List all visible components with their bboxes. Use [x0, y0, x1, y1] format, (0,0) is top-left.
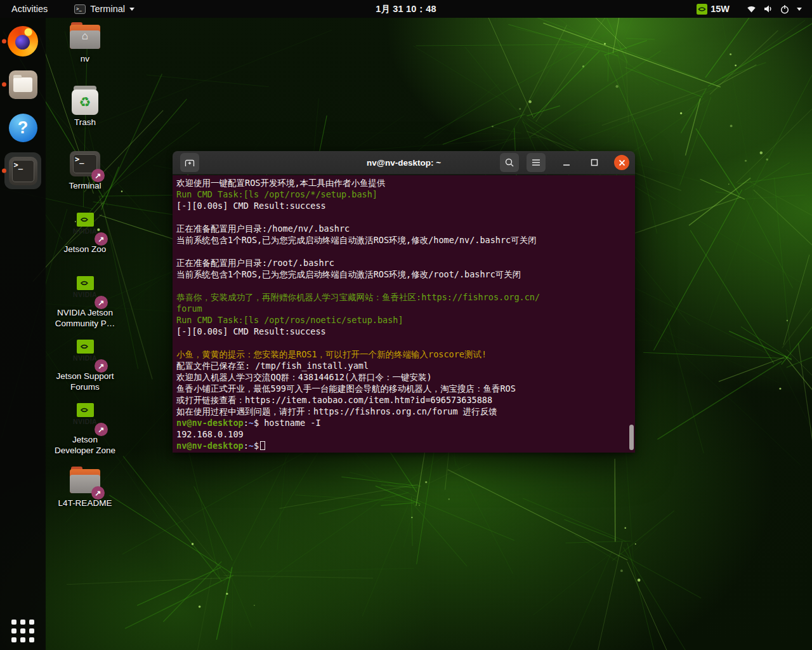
dock: ?>_	[0, 18, 46, 650]
link-emblem-icon: ↗	[95, 359, 108, 373]
search-button[interactable]	[500, 153, 519, 172]
terminal-line: 配置文件已保存至: /tmp/fish_install.yaml	[176, 360, 634, 371]
terminal-line: 或打开链接查看：https://item.taobao.com/item.htm…	[176, 394, 634, 406]
chevron-down-icon	[129, 8, 134, 11]
link-emblem-icon: ↗	[91, 169, 105, 182]
folder-icon: ↗	[70, 465, 100, 498]
help-icon: ?	[9, 114, 37, 142]
power-mode-label: 15W	[710, 4, 730, 14]
terminal-line: 192.168.0.109	[176, 428, 634, 440]
desktop-icon-label: nv	[81, 54, 89, 65]
terminal-line: 恭喜你，安装成功了，再附赠你机器人学习宝藏网站：鱼香社区:https://fis…	[176, 291, 634, 303]
terminal-line: 当前系统包含1个ROS,已为您完成启动终端自动激活ROS环境,修改/root/.…	[176, 269, 634, 280]
menu-button[interactable]	[527, 153, 546, 172]
nvidia-icon: NVIDIA↗	[67, 211, 103, 244]
nvidia-icon: NVIDIA↗	[67, 274, 103, 307]
search-icon	[504, 157, 514, 168]
terminal-line: Run CMD Task:[ls /opt/ros/*/setup.bash]	[176, 189, 634, 200]
nvidia-power-icon	[697, 4, 707, 15]
terminal-line: [-][0.00s] CMD Result:success	[176, 326, 634, 337]
maximize-button[interactable]	[587, 156, 601, 169]
scrollbar-thumb[interactable]	[629, 425, 634, 450]
terminal-line: 当前系统包含1个ROS,已为您完成启动终端自动激活ROS环境,修改/home/n…	[176, 234, 634, 246]
activities-button[interactable]: Activities	[0, 0, 59, 18]
link-emblem-icon: ↗	[91, 486, 105, 500]
dock-apps: ?>_	[0, 23, 46, 189]
terminal-line: 欢迎使用一键配置ROS开发环境,本工具由作者小鱼提供	[176, 177, 634, 189]
running-indicator	[2, 39, 6, 44]
power-mode-indicator: 15W	[697, 4, 730, 15]
top-bar: Activities >_ Terminal 1月 31 10：48 15W	[0, 0, 812, 18]
terminal-lines: 欢迎使用一键配置ROS开发环境,本工具由作者小鱼提供Run CMD Task:[…	[176, 177, 634, 451]
dock-item-firefox[interactable]	[4, 23, 41, 60]
desktop-icon-trash[interactable]: ♻Trash	[53, 84, 117, 147]
desktop-icon-l4t-readme[interactable]: ↗L4T-README	[53, 465, 117, 528]
link-emblem-icon: ↗	[95, 296, 108, 309]
app-menu[interactable]: >_ Terminal	[74, 0, 134, 18]
clock[interactable]: 1月 31 10：48	[376, 3, 436, 15]
new-tab-icon	[184, 157, 195, 168]
new-tab-button[interactable]	[180, 153, 199, 172]
terminal-titlebar[interactable]: nv@nv-desktop: ~	[173, 151, 635, 175]
dock-item-terminal[interactable]: >_	[4, 152, 41, 189]
desktop-icon-nv[interactable]: ⌂nv	[53, 20, 117, 84]
window-title: nv@nv-desktop: ~	[367, 158, 441, 168]
volume-icon	[763, 4, 773, 14]
desktop-icon-label: Terminal	[69, 181, 101, 192]
terminal-line: 小鱼，黄黄的提示：您安装的是ROS1，可以打开一个新的终端输入roscore测试…	[176, 348, 634, 360]
desktop-icon-nvidia-jetson-community[interactable]: NVIDIA↗NVIDIA JetsonCommunity P…	[53, 274, 117, 338]
show-applications-button[interactable]	[11, 620, 34, 642]
home-folder-icon: ⌂	[70, 20, 100, 53]
terminal-line: Run CMD Task:[ls /opt/ros/noetic/setup.b…	[176, 314, 634, 326]
titlebar-controls	[492, 153, 629, 172]
terminal-screen[interactable]: 欢迎使用一键配置ROS开发环境,本工具由作者小鱼提供Run CMD Task:[…	[173, 175, 635, 453]
app-menu-label: Terminal	[90, 4, 125, 14]
terminal-line: 鱼香小铺正式开业，最低599可入手一台能建图会导航的移动机器人，淘宝搜店：鱼香R…	[176, 383, 634, 394]
link-emblem-icon: ↗	[95, 232, 108, 246]
terminal-line: 正在准备配置用户目录:/home/nv/.bashrc	[176, 223, 634, 234]
close-button[interactable]	[614, 155, 629, 170]
terminal-app-icon: >_	[74, 4, 86, 14]
terminal-line: 正在准备配置用户目录:/root/.bashrc	[176, 257, 634, 269]
desktop-icon-label: Jetson Zoo	[64, 244, 107, 255]
running-indicator	[2, 169, 6, 173]
system-status-area[interactable]: 15W	[697, 4, 812, 15]
close-icon	[619, 159, 625, 166]
hamburger-icon	[532, 159, 540, 166]
maximize-icon	[591, 159, 598, 166]
terminal-line	[176, 211, 634, 223]
desktop-icon-label: L4T-README	[58, 498, 112, 509]
minimize-icon	[563, 159, 570, 166]
desktop-icon-terminal[interactable]: >_↗Terminal	[53, 147, 117, 211]
terminal-line: nv@nv-desktop:~$ hostname -I	[176, 417, 634, 428]
dock-item-files[interactable]	[4, 66, 41, 103]
terminal-icon: >_	[9, 157, 37, 185]
nvidia-icon: NVIDIA↗	[67, 401, 103, 434]
desktop-icon-jetson-developer-zone[interactable]: NVIDIA↗JetsonDeveloper Zone	[53, 401, 117, 465]
desktop-icon-label: JetsonDeveloper Zone	[55, 435, 115, 456]
power-icon	[780, 4, 790, 15]
terminal-icon: >_↗	[70, 147, 100, 180]
desktop-icons: ⌂nv♻Trash>_↗TerminalNVIDIA↗Jetson ZooNVI…	[53, 20, 117, 528]
minimize-button[interactable]	[560, 156, 573, 169]
chevron-down-icon	[797, 8, 802, 11]
terminal-line: 欢迎加入机器人学习交流QQ群：438144612(入群口令：一键安装)	[176, 371, 634, 383]
wifi-icon	[747, 4, 756, 13]
trash-icon: ♻	[72, 84, 98, 117]
desktop-icon-label: Trash	[74, 117, 96, 128]
desktop-icon-jetson-support-forums[interactable]: NVIDIA↗Jetson SupportForums	[53, 338, 117, 401]
terminal-cursor	[260, 441, 265, 450]
desktop-icon-jetson-zoo[interactable]: NVIDIA↗Jetson Zoo	[53, 211, 117, 274]
terminal-line	[176, 246, 634, 257]
terminal-line: 如在使用过程中遇到问题，请打开：https://fishros.org.cn/f…	[176, 406, 634, 417]
desktop-icon-label: NVIDIA JetsonCommunity P…	[55, 308, 115, 329]
dock-item-help[interactable]: ?	[4, 109, 41, 146]
terminal-line: nv@nv-desktop:~$	[176, 440, 634, 451]
nvidia-icon: NVIDIA↗	[67, 338, 103, 371]
desktop-icon-label: Jetson SupportForums	[56, 371, 114, 392]
firefox-icon	[8, 26, 38, 56]
link-emblem-icon: ↗	[95, 423, 108, 436]
terminal-line	[176, 280, 634, 291]
terminal-line: forum	[176, 303, 634, 314]
terminal-window: nv@nv-desktop: ~	[173, 151, 635, 453]
